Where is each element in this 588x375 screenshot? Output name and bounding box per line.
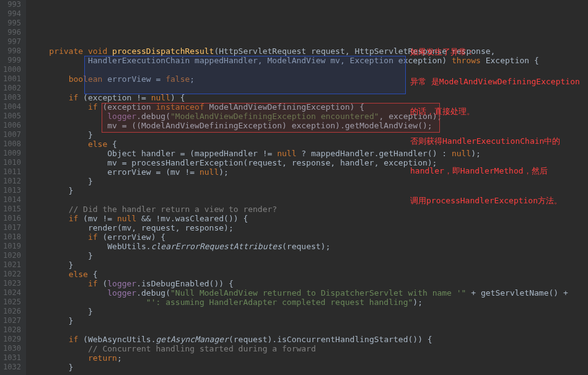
code-area[interactable]: 如果发生了异常： 异常 是ModelAndViewDefiningExcepti… (26, 0, 568, 375)
line-number: 1027 (2, 316, 21, 325)
line-number: 1016 (2, 214, 21, 223)
line-number: 1019 (2, 242, 21, 251)
code-line[interactable]: } (30, 307, 568, 316)
line-number: 1030 (2, 344, 21, 353)
line-number: 1005 (2, 112, 21, 121)
code-line[interactable]: else { (30, 270, 568, 279)
line-number: 1011 (2, 167, 21, 177)
code-line[interactable] (30, 372, 568, 375)
code-line[interactable]: if (WebAsyncUtils.getAsyncManager(reques… (30, 335, 568, 344)
line-number: 1020 (2, 251, 21, 260)
code-line[interactable]: // Concurrent handling started during a … (30, 344, 568, 353)
code-line[interactable]: if (logger.isDebugEnabled()) { (30, 279, 568, 288)
line-number: 1029 (2, 335, 21, 344)
code-line[interactable]: return; (30, 353, 568, 363)
line-number: 993 (2, 0, 21, 9)
annotation-line: 否则获得HandlerExecutionChain中的 (410, 136, 584, 146)
code-line[interactable]: } (30, 251, 568, 260)
line-number: 1022 (2, 270, 21, 279)
line-number: 1017 (2, 223, 21, 232)
line-number: 1000 (2, 65, 21, 74)
code-line[interactable]: } (30, 316, 568, 325)
line-number: 1004 (2, 102, 21, 112)
line-number: 1032 (2, 363, 21, 372)
line-number: 1025 (2, 298, 21, 307)
line-number: 997 (2, 37, 21, 46)
annotation-line: handler，即HandlerMethod，然后 (410, 166, 584, 176)
line-number: 1026 (2, 307, 21, 316)
line-number: 998 (2, 46, 21, 56)
code-line[interactable]: } (30, 363, 568, 372)
line-number: 1023 (2, 279, 21, 288)
annotation-line: 的话，直接处理。 (410, 107, 584, 117)
line-number: 1008 (2, 139, 21, 149)
line-number: 1014 (2, 195, 21, 205)
line-number: 1010 (2, 158, 21, 167)
line-number: 1028 (2, 325, 21, 335)
line-number: 1001 (2, 74, 21, 84)
line-number: 996 (2, 28, 21, 37)
line-number: 994 (2, 9, 21, 19)
annotation-line: 异常 是ModelAndViewDefiningException (410, 77, 584, 87)
code-line[interactable]: logger.debug("Null ModelAndView returned… (30, 288, 568, 298)
line-number: 1003 (2, 93, 21, 102)
annotation-comment: 如果发生了异常： 异常 是ModelAndViewDefiningExcepti… (410, 27, 584, 226)
line-number: 1012 (2, 177, 21, 186)
line-number-gutter: 9939949959969979989991000100110021003100… (0, 0, 26, 375)
line-number: 1006 (2, 121, 21, 130)
annotation-line: 调用processHandlerException方法。 (410, 196, 584, 206)
annotation-line: 如果发生了异常： (410, 47, 584, 57)
line-number: 1002 (2, 84, 21, 93)
code-line[interactable] (30, 325, 568, 335)
line-number: 1009 (2, 149, 21, 158)
line-number: 1013 (2, 186, 21, 195)
code-line[interactable]: WebUtils.clearErrorRequestAttributes(req… (30, 242, 568, 251)
code-line[interactable]: } (30, 260, 568, 270)
line-number: 1007 (2, 130, 21, 139)
line-number: 1018 (2, 232, 21, 242)
line-number: 1031 (2, 353, 21, 363)
code-line[interactable]: "': assuming HandlerAdapter completed re… (30, 298, 568, 307)
line-number: 1015 (2, 205, 21, 214)
code-line[interactable]: if (errorView) { (30, 232, 568, 242)
code-editor[interactable]: 9939949959969979989991000100110021003100… (0, 0, 588, 375)
line-number: 999 (2, 56, 21, 65)
line-number: 995 (2, 19, 21, 28)
line-number: 1021 (2, 260, 21, 270)
line-number: 1024 (2, 288, 21, 298)
